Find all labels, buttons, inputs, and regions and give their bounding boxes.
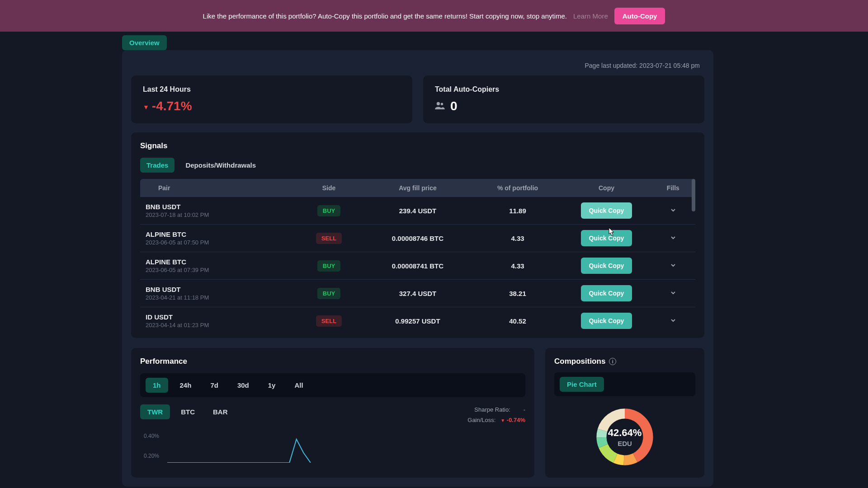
learn-more-link[interactable]: Learn More xyxy=(573,12,608,20)
pct-of-portfolio: 4.33 xyxy=(473,252,562,280)
time-tab-1y[interactable]: 1y xyxy=(261,378,283,393)
people-icon xyxy=(435,101,445,112)
promo-banner: Like the performance of this portfolio? … xyxy=(0,0,868,32)
signals-panel: Signals Trades Deposits/Withdrawals Pair… xyxy=(131,132,704,338)
side-badge: BUY xyxy=(317,288,340,299)
scrollbar[interactable] xyxy=(692,179,695,211)
side-badge: SELL xyxy=(316,233,342,244)
tab-trades[interactable]: Trades xyxy=(140,158,175,173)
bottom-row: Performance 1h24h7d30d1yAll TWRBTCBAR Sh… xyxy=(131,348,704,478)
sharpe-value: - xyxy=(524,406,525,413)
donut-center-symbol: EDU xyxy=(608,440,642,447)
table-row: BNB USDT2023-04-21 at 11:18 PMBUY327.4 U… xyxy=(140,280,695,307)
table-row: BNB USDT2023-07-18 at 10:02 PMBUY239.4 U… xyxy=(140,197,695,225)
avg-fill-price: 0.00008746 BTC xyxy=(362,225,473,252)
quick-copy-button[interactable]: Quick Copy xyxy=(581,285,632,301)
avg-fill-price: 0.99257 USDT xyxy=(362,307,473,335)
chevron-down-icon[interactable] xyxy=(670,317,676,325)
main-panel: Page last updated: 2023-07-21 05:48 pm L… xyxy=(122,50,713,487)
avg-fill-price: 0.00008741 BTC xyxy=(362,252,473,280)
time-tab-1h[interactable]: 1h xyxy=(146,378,168,393)
chevron-down-icon[interactable] xyxy=(670,262,676,270)
quick-copy-button[interactable]: Quick Copy xyxy=(581,313,632,329)
quick-copy-button[interactable]: Quick Copy xyxy=(581,202,632,219)
signals-title: Signals xyxy=(140,141,695,150)
col-side: Side xyxy=(296,179,362,197)
gainloss-label: Gain/Loss: xyxy=(467,417,495,423)
pair-name: ID USDT xyxy=(146,313,291,321)
auto-copy-button[interactable]: Auto-Copy xyxy=(614,8,665,24)
metric-tab-twr[interactable]: TWR xyxy=(140,404,170,419)
gainloss-value: -0.74% xyxy=(507,417,525,423)
col-pct: % of portfolio xyxy=(473,179,562,197)
col-price: Avg fill price xyxy=(362,179,473,197)
chevron-down-icon[interactable] xyxy=(670,235,676,242)
ytick-0: 0.40% xyxy=(144,433,159,439)
chevron-down-icon[interactable] xyxy=(670,207,676,215)
metric-tabs: TWRBTCBAR xyxy=(140,404,235,419)
info-icon[interactable]: i xyxy=(609,358,616,365)
time-range-tabs: 1h24h7d30d1yAll xyxy=(140,373,525,397)
performance-title: Performance xyxy=(140,357,525,366)
pair-timestamp: 2023-06-05 at 07:50 PM xyxy=(146,239,291,246)
col-pair: Pair xyxy=(140,179,296,197)
compositions-tab-bar: Pie Chart xyxy=(554,372,695,396)
last-24h-label: Last 24 Hours xyxy=(143,85,401,94)
pair-timestamp: 2023-04-21 at 11:18 PM xyxy=(146,294,291,301)
performance-chart: 0.40% 0.20% xyxy=(140,430,525,463)
ytick-1: 0.20% xyxy=(144,453,159,459)
col-fills: Fills xyxy=(651,179,695,197)
page-tabs: Overview xyxy=(0,32,868,50)
quick-copy-button[interactable]: Quick Copy xyxy=(581,258,632,274)
pair-timestamp: 2023-04-14 at 01:23 PM xyxy=(146,322,291,328)
compositions-panel: Compositions i Pie Chart 42.64% EDU xyxy=(545,348,704,478)
time-tab-30d[interactable]: 30d xyxy=(230,378,256,393)
pair-name: BNB USDT xyxy=(146,203,291,211)
metric-tab-btc[interactable]: BTC xyxy=(174,404,202,419)
signals-table: Pair Side Avg fill price % of portfolio … xyxy=(140,179,695,334)
chevron-down-icon[interactable] xyxy=(670,290,676,297)
sharpe-gainloss-block: Sharpe Ratio: - Gain/Loss: ▼ -0.74% xyxy=(467,404,525,426)
pct-of-portfolio: 38.21 xyxy=(473,280,562,307)
signals-table-wrap: Pair Side Avg fill price % of portfolio … xyxy=(140,179,695,334)
tab-deposits-withdrawals[interactable]: Deposits/Withdrawals xyxy=(179,158,262,173)
pair-name: ALPINE BTC xyxy=(146,258,291,266)
quick-copy-button[interactable]: Quick Copy xyxy=(581,230,632,246)
page-last-updated: Page last updated: 2023-07-21 05:48 pm xyxy=(131,59,704,75)
promo-message: Like the performance of this portfolio? … xyxy=(203,12,567,20)
tab-pie-chart[interactable]: Pie Chart xyxy=(560,377,604,392)
avg-fill-price: 239.4 USDT xyxy=(362,197,473,225)
time-tab-All[interactable]: All xyxy=(287,378,310,393)
card-last-24h: Last 24 Hours ▼-4.71% xyxy=(131,75,412,123)
pct-of-portfolio: 11.89 xyxy=(473,197,562,225)
svg-point-1 xyxy=(441,103,443,105)
time-tab-24h[interactable]: 24h xyxy=(173,378,199,393)
caret-down-icon: ▼ xyxy=(143,103,149,111)
pct-of-portfolio: 40.52 xyxy=(473,307,562,335)
total-copiers-label: Total Auto-Copiers xyxy=(435,85,693,94)
pct-of-portfolio: 4.33 xyxy=(473,225,562,252)
sharpe-label: Sharpe Ratio: xyxy=(474,406,510,413)
pair-name: BNB USDT xyxy=(146,286,291,293)
pair-timestamp: 2023-06-05 at 07:39 PM xyxy=(146,267,291,273)
side-badge: BUY xyxy=(317,205,340,216)
avg-fill-price: 327.4 USDT xyxy=(362,280,473,307)
side-badge: BUY xyxy=(317,260,340,272)
time-tab-7d[interactable]: 7d xyxy=(203,378,226,393)
compositions-title: Compositions i xyxy=(554,357,695,366)
card-total-copiers: Total Auto-Copiers 0 xyxy=(423,75,704,123)
compositions-donut: 42.64% EDU xyxy=(554,405,695,469)
col-copy: Copy xyxy=(562,179,651,197)
side-badge: SELL xyxy=(316,315,342,327)
signals-tabs: Trades Deposits/Withdrawals xyxy=(140,158,695,173)
tab-overview[interactable]: Overview xyxy=(122,35,167,50)
table-row: ALPINE BTC2023-06-05 at 07:50 PMSELL0.00… xyxy=(140,225,695,252)
last-24h-value: ▼-4.71% xyxy=(143,99,401,113)
metric-tab-bar[interactable]: BAR xyxy=(206,404,235,419)
stat-row: Last 24 Hours ▼-4.71% Total Auto-Copiers… xyxy=(131,75,704,123)
donut-center-pct: 42.64% xyxy=(608,427,642,439)
pair-timestamp: 2023-07-18 at 10:02 PM xyxy=(146,211,291,218)
table-row: ALPINE BTC2023-06-05 at 07:39 PMBUY0.000… xyxy=(140,252,695,280)
svg-point-0 xyxy=(437,102,440,105)
total-copiers-value: 0 xyxy=(435,99,693,113)
